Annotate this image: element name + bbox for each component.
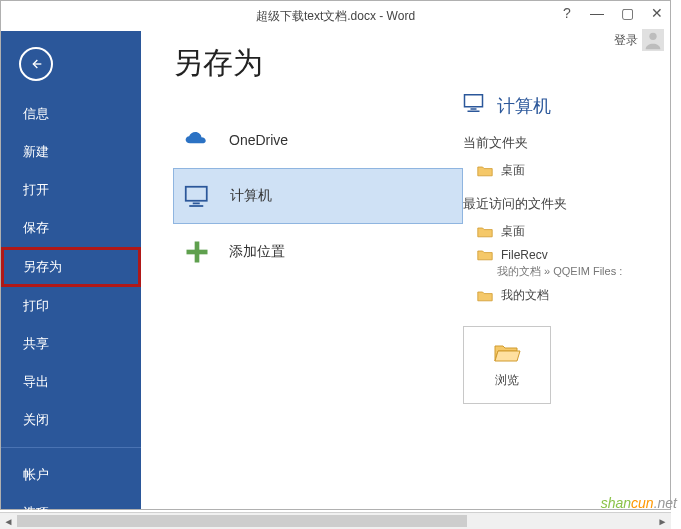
page-title: 另存为 bbox=[173, 43, 463, 84]
folder-path: 我的文档 » QQEIM Files : bbox=[463, 264, 654, 279]
restore-button[interactable]: ▢ bbox=[618, 5, 636, 21]
svg-rect-1 bbox=[186, 186, 207, 200]
titlebar: 超级下载text文档.docx - Word ? — ▢ ✕ bbox=[1, 1, 670, 31]
nav-share[interactable]: 共享 bbox=[1, 325, 141, 363]
location-label: 添加位置 bbox=[229, 243, 285, 261]
nav-open[interactable]: 打开 bbox=[1, 171, 141, 209]
browse-label: 浏览 bbox=[495, 372, 519, 389]
folder-label: FileRecv bbox=[501, 248, 548, 262]
computer-icon bbox=[463, 93, 487, 118]
folder-desktop[interactable]: 桌面 bbox=[463, 158, 654, 183]
scroll-thumb[interactable] bbox=[17, 515, 467, 527]
folder-mydocs[interactable]: 我的文档 bbox=[463, 283, 654, 308]
folder-icon bbox=[477, 226, 493, 238]
folder-icon bbox=[477, 290, 493, 302]
backstage-sidebar: 信息 新建 打开 保存 另存为 打印 共享 导出 关闭 帐户 选项 bbox=[1, 31, 141, 509]
nav-new[interactable]: 新建 bbox=[1, 133, 141, 171]
folder-desktop-recent[interactable]: 桌面 bbox=[463, 219, 654, 244]
watermark: shancun.net bbox=[601, 495, 677, 511]
current-folder-section: 当前文件夹 bbox=[463, 134, 654, 152]
back-button[interactable] bbox=[19, 47, 53, 81]
location-computer[interactable]: 计算机 bbox=[173, 168, 463, 224]
scroll-track[interactable] bbox=[17, 513, 654, 529]
svg-point-0 bbox=[649, 33, 656, 40]
panel-header: 计算机 bbox=[463, 93, 654, 118]
nav-account[interactable]: 帐户 bbox=[1, 456, 141, 494]
help-button[interactable]: ? bbox=[558, 5, 576, 21]
nav-separator bbox=[1, 447, 141, 448]
recent-folders-section: 最近访问的文件夹 bbox=[463, 195, 654, 213]
scroll-right-arrow[interactable]: ► bbox=[654, 513, 671, 530]
svg-rect-7 bbox=[471, 108, 477, 110]
nav-saveas[interactable]: 另存为 bbox=[1, 247, 141, 287]
nav-print[interactable]: 打印 bbox=[1, 287, 141, 325]
folder-label: 桌面 bbox=[501, 162, 525, 179]
signin-label: 登录 bbox=[614, 32, 638, 49]
horizontal-scrollbar[interactable]: ◄ ► bbox=[0, 512, 671, 529]
right-panel: 计算机 当前文件夹 桌面 最近访问的文件夹 桌面 FileRecv 我的文档 »… bbox=[463, 43, 670, 509]
nav-info[interactable]: 信息 bbox=[1, 95, 141, 133]
nav-export[interactable]: 导出 bbox=[1, 363, 141, 401]
location-label: OneDrive bbox=[229, 132, 288, 148]
svg-rect-5 bbox=[187, 250, 208, 255]
browse-button[interactable]: 浏览 bbox=[463, 326, 551, 404]
window-title: 超级下载text文档.docx - Word bbox=[256, 8, 415, 25]
folder-open-icon bbox=[493, 342, 521, 364]
folder-icon bbox=[477, 249, 493, 261]
location-onedrive[interactable]: OneDrive bbox=[173, 112, 463, 168]
avatar-icon bbox=[642, 29, 664, 51]
svg-rect-6 bbox=[465, 95, 483, 107]
panel-header-label: 计算机 bbox=[497, 94, 551, 118]
location-add[interactable]: 添加位置 bbox=[173, 224, 463, 280]
add-icon bbox=[183, 238, 211, 266]
svg-rect-3 bbox=[189, 205, 203, 207]
folder-filerecv[interactable]: FileRecv bbox=[463, 244, 654, 266]
location-label: 计算机 bbox=[230, 187, 272, 205]
svg-rect-8 bbox=[468, 111, 480, 113]
scroll-left-arrow[interactable]: ◄ bbox=[0, 513, 17, 530]
minimize-button[interactable]: — bbox=[588, 5, 606, 21]
computer-icon bbox=[184, 182, 212, 210]
nav-close[interactable]: 关闭 bbox=[1, 401, 141, 439]
close-button[interactable]: ✕ bbox=[648, 5, 666, 21]
folder-label: 我的文档 bbox=[501, 287, 549, 304]
svg-rect-2 bbox=[193, 202, 200, 204]
folder-icon bbox=[477, 165, 493, 177]
onedrive-icon bbox=[183, 126, 211, 154]
folder-label: 桌面 bbox=[501, 223, 525, 240]
nav-save[interactable]: 保存 bbox=[1, 209, 141, 247]
signin-area[interactable]: 登录 bbox=[614, 29, 664, 51]
